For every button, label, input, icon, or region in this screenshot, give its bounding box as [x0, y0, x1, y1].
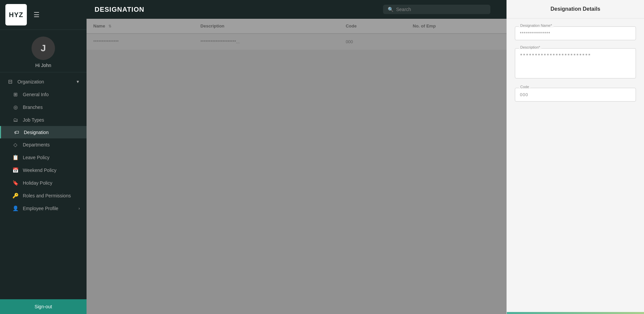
sidebar-item-label: Holiday Policy — [23, 180, 52, 186]
code-field: Code — [515, 88, 636, 102]
sidebar-item-departments[interactable]: ◇ Departments — [0, 138, 87, 151]
sidebar-item-label: Employee Profile — [23, 206, 58, 211]
sidebar-item-leave-policy[interactable]: 📋 Leave Policy — [0, 151, 87, 164]
sidebar-item-label: Designation — [24, 130, 49, 135]
sidebar-top: HYZ ☰ — [0, 0, 87, 30]
panel-body: Designation Name* Description* Code — [507, 18, 644, 314]
sidebar-item-job-types[interactable]: 🗂 Job Types — [0, 114, 87, 126]
roles-permissions-icon: 🔑 — [12, 193, 19, 199]
search-bar[interactable]: 🔍 — [383, 5, 490, 14]
designation-name-field: Designation Name* — [515, 26, 636, 40]
designation-name-input[interactable] — [515, 26, 636, 40]
search-icon: 🔍 — [388, 7, 393, 12]
weekend-policy-icon: 📅 — [12, 167, 19, 173]
sidebar-item-label: Weekend Policy — [23, 168, 56, 173]
sidebar-item-branches[interactable]: ◎ Branches — [0, 101, 87, 114]
avatar: J — [32, 37, 55, 60]
holiday-policy-icon: 🔖 — [12, 180, 19, 186]
branches-icon: ◎ — [12, 104, 19, 110]
user-greeting: Hi John — [35, 63, 51, 68]
user-section: J Hi John — [0, 30, 87, 72]
sidebar-item-label: General Info — [23, 92, 49, 97]
right-panel: Designation Details Designation Name* De… — [506, 0, 644, 314]
leave-policy-icon: 📋 — [12, 154, 19, 161]
departments-icon: ◇ — [12, 142, 19, 148]
chevron-down-icon: ▼ — [76, 79, 80, 84]
sidebar-item-designation[interactable]: 🏷 Designation — [0, 126, 87, 138]
sidebar: HYZ ☰ J Hi John ⊟ Organization ▼ ⊞ Gener… — [0, 0, 87, 314]
description-input[interactable] — [515, 48, 636, 78]
sidebar-item-weekend-policy[interactable]: 📅 Weekend Policy — [0, 164, 87, 177]
hamburger-icon[interactable]: ☰ — [32, 9, 41, 20]
designation-name-label: Designation Name* — [519, 23, 553, 27]
code-input[interactable] — [515, 88, 636, 102]
sidebar-item-general-info[interactable]: ⊞ General Info — [0, 88, 87, 101]
nav-group-organization[interactable]: ⊟ Organization ▼ — [0, 75, 87, 88]
overlay — [87, 19, 506, 314]
page-title: DESIGNATION — [95, 6, 144, 13]
organization-label: Organization — [17, 79, 44, 84]
sidebar-item-roles-permissions[interactable]: 🔑 Roles and Permissions — [0, 189, 87, 202]
code-label: Code — [519, 85, 530, 89]
sidebar-item-label: Leave Policy — [23, 155, 49, 160]
sidebar-item-employee-profile[interactable]: 👤 Employee Profile › — [0, 202, 87, 215]
search-input[interactable] — [396, 7, 486, 12]
panel-title: Designation Details — [515, 6, 636, 12]
chevron-right-icon: › — [78, 206, 80, 211]
nav-section: ⊟ Organization ▼ ⊞ General Info ◎ Branch… — [0, 72, 87, 299]
bottom-accent — [507, 312, 644, 314]
top-bar: DESIGNATION 🔍 — [87, 0, 506, 19]
general-info-icon: ⊞ — [12, 91, 19, 98]
sidebar-item-label: Departments — [23, 142, 50, 147]
sidebar-item-holiday-policy[interactable]: 🔖 Holiday Policy — [0, 177, 87, 189]
table-area: Name ⇅ Description Code No. of Emp *****… — [87, 19, 506, 314]
logo: HYZ — [5, 4, 27, 25]
organization-icon: ⊟ — [7, 78, 13, 85]
main-area: DESIGNATION 🔍 Name ⇅ Description Code N — [87, 0, 506, 314]
description-label: Description* — [519, 45, 541, 49]
panel-header: Designation Details — [507, 0, 644, 18]
sidebar-item-label: Roles and Permissions — [23, 193, 71, 198]
sidebar-item-label: Job Types — [23, 117, 44, 123]
sidebar-item-label: Branches — [23, 105, 43, 110]
job-types-icon: 🗂 — [12, 117, 19, 123]
sign-out-button[interactable]: Sign-out — [0, 299, 87, 314]
employee-profile-icon: 👤 — [12, 205, 19, 211]
description-field: Description* — [515, 48, 636, 80]
designation-icon: 🏷 — [13, 129, 20, 135]
